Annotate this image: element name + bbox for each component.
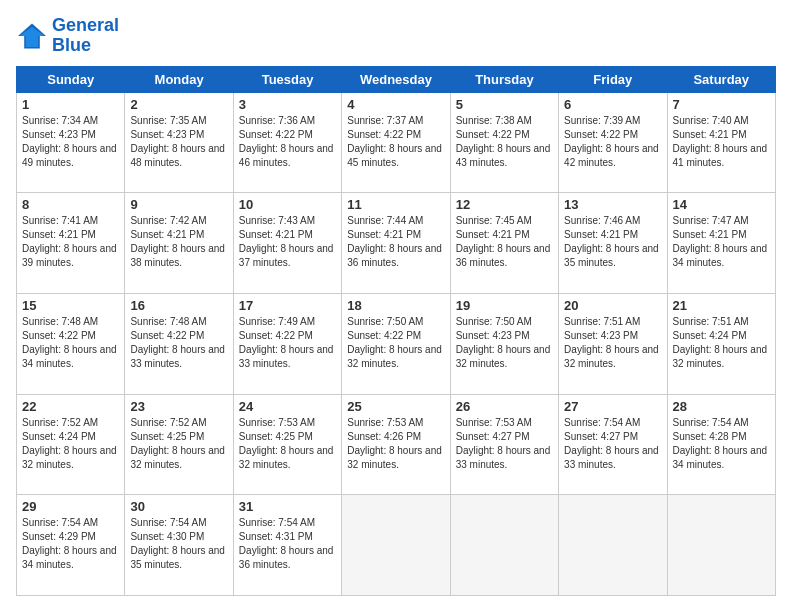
day-info: Sunrise: 7:43 AMSunset: 4:21 PMDaylight:…	[239, 214, 336, 270]
day-header: Thursday	[450, 66, 558, 92]
day-info: Sunrise: 7:54 AMSunset: 4:31 PMDaylight:…	[239, 516, 336, 572]
calendar-cell	[559, 495, 667, 596]
day-number: 23	[130, 399, 227, 414]
calendar-cell: 15Sunrise: 7:48 AMSunset: 4:22 PMDayligh…	[17, 293, 125, 394]
calendar-cell: 1Sunrise: 7:34 AMSunset: 4:23 PMDaylight…	[17, 92, 125, 193]
day-number: 18	[347, 298, 444, 313]
calendar-cell: 8Sunrise: 7:41 AMSunset: 4:21 PMDaylight…	[17, 193, 125, 294]
calendar-cell: 17Sunrise: 7:49 AMSunset: 4:22 PMDayligh…	[233, 293, 341, 394]
calendar-table: SundayMondayTuesdayWednesdayThursdayFrid…	[16, 66, 776, 596]
calendar-cell: 10Sunrise: 7:43 AMSunset: 4:21 PMDayligh…	[233, 193, 341, 294]
day-number: 27	[564, 399, 661, 414]
day-number: 28	[673, 399, 770, 414]
calendar-cell: 12Sunrise: 7:45 AMSunset: 4:21 PMDayligh…	[450, 193, 558, 294]
day-info: Sunrise: 7:34 AMSunset: 4:23 PMDaylight:…	[22, 114, 119, 170]
day-number: 15	[22, 298, 119, 313]
calendar-cell: 13Sunrise: 7:46 AMSunset: 4:21 PMDayligh…	[559, 193, 667, 294]
day-info: Sunrise: 7:44 AMSunset: 4:21 PMDaylight:…	[347, 214, 444, 270]
calendar-cell	[342, 495, 450, 596]
day-number: 24	[239, 399, 336, 414]
day-info: Sunrise: 7:51 AMSunset: 4:23 PMDaylight:…	[564, 315, 661, 371]
day-number: 21	[673, 298, 770, 313]
calendar-cell: 30Sunrise: 7:54 AMSunset: 4:30 PMDayligh…	[125, 495, 233, 596]
day-info: Sunrise: 7:41 AMSunset: 4:21 PMDaylight:…	[22, 214, 119, 270]
day-number: 11	[347, 197, 444, 212]
logo-text: General Blue	[52, 16, 119, 56]
calendar-cell: 27Sunrise: 7:54 AMSunset: 4:27 PMDayligh…	[559, 394, 667, 495]
day-number: 26	[456, 399, 553, 414]
day-info: Sunrise: 7:35 AMSunset: 4:23 PMDaylight:…	[130, 114, 227, 170]
day-info: Sunrise: 7:37 AMSunset: 4:22 PMDaylight:…	[347, 114, 444, 170]
day-number: 6	[564, 97, 661, 112]
day-info: Sunrise: 7:47 AMSunset: 4:21 PMDaylight:…	[673, 214, 770, 270]
calendar-cell: 23Sunrise: 7:52 AMSunset: 4:25 PMDayligh…	[125, 394, 233, 495]
day-info: Sunrise: 7:51 AMSunset: 4:24 PMDaylight:…	[673, 315, 770, 371]
day-info: Sunrise: 7:36 AMSunset: 4:22 PMDaylight:…	[239, 114, 336, 170]
day-number: 16	[130, 298, 227, 313]
day-number: 14	[673, 197, 770, 212]
day-header: Tuesday	[233, 66, 341, 92]
day-number: 17	[239, 298, 336, 313]
header: General Blue	[16, 16, 776, 56]
day-info: Sunrise: 7:52 AMSunset: 4:24 PMDaylight:…	[22, 416, 119, 472]
day-number: 19	[456, 298, 553, 313]
day-header: Saturday	[667, 66, 775, 92]
day-header: Sunday	[17, 66, 125, 92]
day-info: Sunrise: 7:42 AMSunset: 4:21 PMDaylight:…	[130, 214, 227, 270]
day-header: Wednesday	[342, 66, 450, 92]
day-number: 12	[456, 197, 553, 212]
calendar-cell: 11Sunrise: 7:44 AMSunset: 4:21 PMDayligh…	[342, 193, 450, 294]
calendar-cell: 29Sunrise: 7:54 AMSunset: 4:29 PMDayligh…	[17, 495, 125, 596]
day-number: 22	[22, 399, 119, 414]
day-header: Monday	[125, 66, 233, 92]
calendar-cell: 9Sunrise: 7:42 AMSunset: 4:21 PMDaylight…	[125, 193, 233, 294]
day-info: Sunrise: 7:50 AMSunset: 4:23 PMDaylight:…	[456, 315, 553, 371]
logo-icon	[16, 22, 48, 50]
calendar-cell: 21Sunrise: 7:51 AMSunset: 4:24 PMDayligh…	[667, 293, 775, 394]
day-number: 9	[130, 197, 227, 212]
calendar-cell: 22Sunrise: 7:52 AMSunset: 4:24 PMDayligh…	[17, 394, 125, 495]
day-info: Sunrise: 7:53 AMSunset: 4:27 PMDaylight:…	[456, 416, 553, 472]
day-info: Sunrise: 7:54 AMSunset: 4:29 PMDaylight:…	[22, 516, 119, 572]
calendar-cell: 3Sunrise: 7:36 AMSunset: 4:22 PMDaylight…	[233, 92, 341, 193]
day-number: 10	[239, 197, 336, 212]
day-number: 7	[673, 97, 770, 112]
day-info: Sunrise: 7:38 AMSunset: 4:22 PMDaylight:…	[456, 114, 553, 170]
calendar-cell: 19Sunrise: 7:50 AMSunset: 4:23 PMDayligh…	[450, 293, 558, 394]
calendar-cell: 7Sunrise: 7:40 AMSunset: 4:21 PMDaylight…	[667, 92, 775, 193]
calendar-cell	[667, 495, 775, 596]
page: General Blue SundayMondayTuesdayWednesda…	[0, 0, 792, 612]
day-info: Sunrise: 7:46 AMSunset: 4:21 PMDaylight:…	[564, 214, 661, 270]
calendar-cell: 31Sunrise: 7:54 AMSunset: 4:31 PMDayligh…	[233, 495, 341, 596]
day-info: Sunrise: 7:45 AMSunset: 4:21 PMDaylight:…	[456, 214, 553, 270]
calendar-cell: 4Sunrise: 7:37 AMSunset: 4:22 PMDaylight…	[342, 92, 450, 193]
calendar-cell: 24Sunrise: 7:53 AMSunset: 4:25 PMDayligh…	[233, 394, 341, 495]
day-number: 20	[564, 298, 661, 313]
day-info: Sunrise: 7:48 AMSunset: 4:22 PMDaylight:…	[22, 315, 119, 371]
calendar-cell: 16Sunrise: 7:48 AMSunset: 4:22 PMDayligh…	[125, 293, 233, 394]
calendar-cell: 2Sunrise: 7:35 AMSunset: 4:23 PMDaylight…	[125, 92, 233, 193]
day-number: 5	[456, 97, 553, 112]
day-info: Sunrise: 7:50 AMSunset: 4:22 PMDaylight:…	[347, 315, 444, 371]
day-number: 25	[347, 399, 444, 414]
day-number: 8	[22, 197, 119, 212]
day-info: Sunrise: 7:49 AMSunset: 4:22 PMDaylight:…	[239, 315, 336, 371]
day-number: 31	[239, 499, 336, 514]
calendar-cell: 26Sunrise: 7:53 AMSunset: 4:27 PMDayligh…	[450, 394, 558, 495]
logo: General Blue	[16, 16, 119, 56]
calendar-cell: 28Sunrise: 7:54 AMSunset: 4:28 PMDayligh…	[667, 394, 775, 495]
day-number: 29	[22, 499, 119, 514]
day-number: 3	[239, 97, 336, 112]
day-info: Sunrise: 7:40 AMSunset: 4:21 PMDaylight:…	[673, 114, 770, 170]
day-info: Sunrise: 7:53 AMSunset: 4:25 PMDaylight:…	[239, 416, 336, 472]
day-info: Sunrise: 7:39 AMSunset: 4:22 PMDaylight:…	[564, 114, 661, 170]
day-number: 13	[564, 197, 661, 212]
day-number: 30	[130, 499, 227, 514]
day-info: Sunrise: 7:54 AMSunset: 4:27 PMDaylight:…	[564, 416, 661, 472]
svg-marker-1	[20, 26, 45, 46]
calendar-cell	[450, 495, 558, 596]
day-number: 2	[130, 97, 227, 112]
calendar-cell: 6Sunrise: 7:39 AMSunset: 4:22 PMDaylight…	[559, 92, 667, 193]
day-number: 4	[347, 97, 444, 112]
calendar-cell: 20Sunrise: 7:51 AMSunset: 4:23 PMDayligh…	[559, 293, 667, 394]
